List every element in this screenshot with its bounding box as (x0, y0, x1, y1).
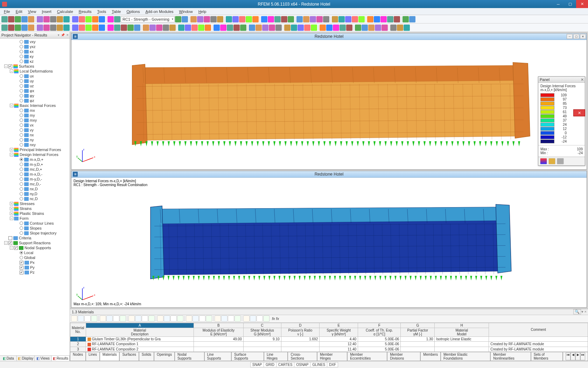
toolbar-button[interactable] (233, 25, 240, 31)
table-tab-member-elastic-foundations[interactable]: Member Elastic Foundations (441, 352, 490, 361)
tree-item-mx[interactable]: mx (0, 108, 70, 113)
toolbar-button[interactable] (345, 16, 351, 22)
table-tb-button[interactable] (71, 315, 77, 322)
navigator-pin-icon[interactable]: 📌 (61, 33, 65, 37)
tree-item-mxdp[interactable]: m-x,D,+ (0, 157, 70, 162)
tree-item-nyd[interactable]: ny,D (0, 191, 70, 196)
table-row[interactable]: 2RF-LAMINATE Composition 112.405.00E-06C… (70, 342, 588, 347)
toolbar-combo[interactable]: RC1 - Strength - Governing (121, 16, 175, 22)
toolbar-button[interactable] (382, 25, 388, 31)
panel-icon-2[interactable] (548, 158, 555, 164)
tree-item-local[interactable]: Local (0, 250, 70, 255)
toolbar-button[interactable] (323, 16, 329, 22)
tree-item-ncd[interactable]: nc,D (0, 196, 70, 201)
tree-item-plastic-strains[interactable]: +Plastic Strains (0, 211, 70, 216)
toolbar-button[interactable] (352, 16, 358, 22)
toolbar-button[interactable] (99, 25, 105, 31)
toolbar-button[interactable] (107, 16, 114, 22)
table-tb-button[interactable] (157, 315, 163, 322)
toolbar-button[interactable] (226, 16, 232, 22)
toolbar-button[interactable] (79, 25, 85, 31)
tree-item-nx[interactable]: nx (0, 132, 70, 137)
toolbar-button[interactable] (275, 25, 282, 31)
toolbar-button[interactable] (85, 16, 92, 22)
tree-item-mydm[interactable]: m-y,D,- (0, 177, 70, 182)
status-glines[interactable]: GLINES (310, 362, 327, 367)
table-tb-button[interactable] (106, 315, 113, 322)
table-tb-button[interactable] (186, 315, 192, 322)
toolbar-button[interactable] (190, 16, 197, 22)
menu-calculate[interactable]: Calculate (55, 9, 76, 14)
toolbar-button[interactable] (57, 16, 63, 22)
tree-item-local-deformations[interactable]: −Local Deformations (0, 69, 70, 74)
navtab-display[interactable]: ◧Display (17, 356, 35, 361)
toolbar-button[interactable] (178, 25, 184, 31)
toolbar-button[interactable] (185, 25, 191, 31)
toolbar-button[interactable] (380, 16, 387, 22)
tree-item-contour_lines[interactable]: Contour Lines (0, 221, 70, 226)
tree-item-vy[interactable]: vy (0, 128, 70, 132)
toolbar-button[interactable] (239, 16, 245, 22)
menu-insert[interactable]: Insert (39, 9, 54, 14)
toolbar-button[interactable] (304, 25, 310, 31)
status-grid[interactable]: GRID (264, 362, 276, 367)
toolbar-button[interactable] (252, 16, 259, 22)
table-tb-button[interactable] (148, 315, 155, 322)
menu-view[interactable]: View (26, 9, 39, 14)
table-tab-member-eccentricities[interactable]: Member Eccentricities (347, 352, 387, 361)
tree-item-slope_traj[interactable]: Slope trajectory (0, 231, 70, 236)
toolbar-button[interactable] (320, 25, 326, 31)
toolbar-button[interactable] (134, 25, 140, 31)
table-tb-button[interactable] (192, 315, 199, 322)
table-tb-button[interactable] (177, 315, 183, 322)
toolbar-button[interactable] (261, 16, 267, 22)
toolbar-button[interactable] (79, 16, 85, 22)
toolbar-button[interactable] (316, 16, 323, 22)
toolbar-button[interactable] (281, 16, 287, 22)
table-tab-openings[interactable]: Openings (154, 352, 175, 361)
status-cartes[interactable]: CARTES (276, 362, 294, 367)
tree-item-my[interactable]: my (0, 113, 70, 118)
toolbar-button[interactable] (15, 25, 21, 31)
menu-options[interactable]: Options (124, 9, 142, 14)
table-tab-nodal-supports[interactable]: Nodal Supports (175, 352, 204, 361)
toolbar-button[interactable] (375, 25, 381, 31)
toolbar-button[interactable] (296, 16, 303, 22)
tree-item-stresses[interactable]: +Stresses (0, 201, 70, 206)
toolbar-button[interactable] (346, 25, 352, 31)
tree-item-slopes[interactable]: Slopes (0, 226, 70, 231)
toolbar-button[interactable] (332, 16, 338, 22)
table-tb-button[interactable] (263, 315, 270, 322)
toolbar-button[interactable] (232, 16, 239, 22)
toolbar-button[interactable] (63, 16, 70, 22)
toolbar-button[interactable] (50, 25, 56, 31)
table-tb-button[interactable] (128, 315, 135, 322)
secondary-close-button[interactable]: ✕ (573, 109, 585, 116)
tree-item-pz[interactable]: ✔Pz (0, 270, 70, 275)
menu-file[interactable]: File (1, 9, 13, 14)
toolbar-button[interactable] (262, 25, 268, 31)
tree-item-mcdp[interactable]: mc,D,+ (0, 167, 70, 172)
table-tb-button[interactable] (215, 315, 221, 322)
tree-item-mxy[interactable]: mxy (0, 118, 70, 123)
menu-add-on-modules[interactable]: Add-on Modules (143, 9, 176, 14)
tree-item-uz[interactable]: uz (0, 83, 70, 88)
toolbar-button[interactable] (92, 25, 98, 31)
tab-scroll-prev[interactable]: ◀ (570, 353, 575, 360)
tree-item-principal-internal-forces[interactable]: +Principal Internal Forces (0, 147, 70, 152)
tree-item-nxd[interactable]: nx,D (0, 186, 70, 191)
navtab-data[interactable]: ◧Data (0, 356, 17, 361)
toolbar-button[interactable] (175, 16, 181, 22)
tree-item-ux[interactable]: ux (0, 74, 70, 79)
table-tb-button[interactable] (250, 315, 256, 322)
table-tab-sets-of-members[interactable]: Sets of Members (531, 352, 563, 361)
tree-item-basic-internal-forces[interactable]: −Basic Internal Forces (0, 103, 70, 108)
table-search-icon[interactable]: 🔍 (573, 309, 581, 314)
toolbar-button[interactable] (402, 16, 409, 22)
toolbar-button[interactable] (387, 16, 393, 22)
toolbar-button[interactable] (114, 25, 120, 31)
toolbar-button[interactable] (367, 16, 373, 22)
toolbar-button[interactable] (198, 25, 204, 31)
table-tb-button[interactable] (91, 315, 97, 322)
toolbar-button[interactable] (409, 16, 415, 22)
